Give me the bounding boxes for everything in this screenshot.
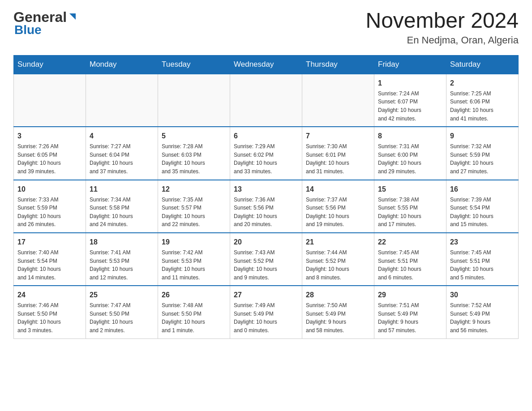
day-number: 16 [450,184,515,195]
day-info: Sunrise: 7:43 AM Sunset: 5:52 PM Dayligh… [234,248,298,282]
calendar-cell: 25Sunrise: 7:47 AM Sunset: 5:50 PM Dayli… [86,286,158,338]
day-info: Sunrise: 7:31 AM Sunset: 6:00 PM Dayligh… [378,142,442,176]
page-header: General Blue November 2024 En Nedjma, Or… [13,9,519,46]
day-number: 8 [378,131,442,141]
calendar-table: SundayMondayTuesdayWednesdayThursdayFrid… [13,55,519,339]
svg-marker-0 [69,13,76,20]
calendar-cell [158,74,230,127]
day-number: 24 [17,290,82,300]
day-number: 7 [306,131,370,141]
calendar-cell [302,74,374,127]
day-info: Sunrise: 7:32 AM Sunset: 5:59 PM Dayligh… [450,142,515,176]
day-info: Sunrise: 7:45 AM Sunset: 5:51 PM Dayligh… [450,248,515,282]
day-info: Sunrise: 7:38 AM Sunset: 5:55 PM Dayligh… [378,196,442,229]
week-row-2: 3Sunrise: 7:26 AM Sunset: 6:05 PM Daylig… [14,127,519,180]
day-number: 14 [306,184,370,195]
weekday-header-thursday: Thursday [302,55,374,74]
day-number: 2 [450,78,515,89]
day-number: 22 [378,237,442,248]
logo-blue: Blue [14,23,42,37]
day-info: Sunrise: 7:45 AM Sunset: 5:51 PM Dayligh… [378,248,442,282]
calendar-cell: 26Sunrise: 7:48 AM Sunset: 5:50 PM Dayli… [158,286,230,338]
calendar-cell: 20Sunrise: 7:43 AM Sunset: 5:52 PM Dayli… [230,233,302,286]
calendar-cell: 12Sunrise: 7:35 AM Sunset: 5:57 PM Dayli… [158,180,230,233]
calendar-cell: 14Sunrise: 7:37 AM Sunset: 5:56 PM Dayli… [302,180,374,233]
day-info: Sunrise: 7:25 AM Sunset: 6:06 PM Dayligh… [450,90,515,123]
day-number: 30 [450,290,515,300]
calendar-cell: 6Sunrise: 7:29 AM Sunset: 6:02 PM Daylig… [230,127,302,180]
calendar-cell: 18Sunrise: 7:41 AM Sunset: 5:53 PM Dayli… [86,233,158,286]
day-info: Sunrise: 7:47 AM Sunset: 5:50 PM Dayligh… [90,301,154,334]
day-number: 23 [450,237,515,248]
day-number: 12 [162,184,226,195]
day-info: Sunrise: 7:49 AM Sunset: 5:49 PM Dayligh… [234,301,298,334]
calendar-cell: 17Sunrise: 7:40 AM Sunset: 5:54 PM Dayli… [14,233,86,286]
day-number: 17 [17,237,82,248]
month-year-title: November 2024 [365,9,519,33]
calendar-cell [230,74,302,127]
location-subtitle: En Nedjma, Oran, Algeria [365,34,519,46]
day-number: 6 [234,131,298,141]
day-number: 1 [378,78,442,89]
calendar-cell: 22Sunrise: 7:45 AM Sunset: 5:51 PM Dayli… [374,233,446,286]
day-number: 5 [162,131,226,141]
day-info: Sunrise: 7:46 AM Sunset: 5:50 PM Dayligh… [17,301,82,334]
day-info: Sunrise: 7:35 AM Sunset: 5:57 PM Dayligh… [162,196,226,229]
day-info: Sunrise: 7:42 AM Sunset: 5:53 PM Dayligh… [162,248,226,282]
day-info: Sunrise: 7:44 AM Sunset: 5:52 PM Dayligh… [306,248,370,282]
day-number: 11 [90,184,154,195]
day-number: 21 [306,237,370,248]
day-info: Sunrise: 7:51 AM Sunset: 5:49 PM Dayligh… [378,301,442,334]
weekday-header-monday: Monday [86,55,158,74]
weekday-header-tuesday: Tuesday [158,55,230,74]
calendar-cell: 3Sunrise: 7:26 AM Sunset: 6:05 PM Daylig… [14,127,86,180]
calendar-cell: 8Sunrise: 7:31 AM Sunset: 6:00 PM Daylig… [374,127,446,180]
calendar-cell: 15Sunrise: 7:38 AM Sunset: 5:55 PM Dayli… [374,180,446,233]
calendar-cell: 24Sunrise: 7:46 AM Sunset: 5:50 PM Dayli… [14,286,86,338]
day-number: 10 [17,184,82,195]
day-info: Sunrise: 7:39 AM Sunset: 5:54 PM Dayligh… [450,196,515,229]
day-info: Sunrise: 7:28 AM Sunset: 6:03 PM Dayligh… [162,142,226,176]
calendar-cell: 2Sunrise: 7:25 AM Sunset: 6:06 PM Daylig… [446,74,519,127]
calendar-cell: 5Sunrise: 7:28 AM Sunset: 6:03 PM Daylig… [158,127,230,180]
day-info: Sunrise: 7:52 AM Sunset: 5:49 PM Dayligh… [450,301,515,334]
day-info: Sunrise: 7:50 AM Sunset: 5:49 PM Dayligh… [306,301,370,334]
calendar-cell: 9Sunrise: 7:32 AM Sunset: 5:59 PM Daylig… [446,127,519,180]
calendar-cell: 11Sunrise: 7:34 AM Sunset: 5:58 PM Dayli… [86,180,158,233]
calendar-cell: 29Sunrise: 7:51 AM Sunset: 5:49 PM Dayli… [374,286,446,338]
day-number: 20 [234,237,298,248]
weekday-header-sunday: Sunday [14,55,86,74]
day-number: 25 [90,290,154,300]
day-number: 18 [90,237,154,248]
calendar-cell: 27Sunrise: 7:49 AM Sunset: 5:49 PM Dayli… [230,286,302,338]
weekday-header-friday: Friday [374,55,446,74]
weekday-header-wednesday: Wednesday [230,55,302,74]
calendar-cell: 4Sunrise: 7:27 AM Sunset: 6:04 PM Daylig… [86,127,158,180]
title-block: November 2024 En Nedjma, Oran, Algeria [365,9,519,46]
day-info: Sunrise: 7:30 AM Sunset: 6:01 PM Dayligh… [306,142,370,176]
day-number: 19 [162,237,226,248]
day-info: Sunrise: 7:27 AM Sunset: 6:04 PM Dayligh… [90,142,154,176]
day-info: Sunrise: 7:40 AM Sunset: 5:54 PM Dayligh… [17,248,82,282]
week-row-1: 1Sunrise: 7:24 AM Sunset: 6:07 PM Daylig… [14,74,519,127]
day-number: 13 [234,184,298,195]
day-info: Sunrise: 7:41 AM Sunset: 5:53 PM Dayligh… [90,248,154,282]
calendar-cell: 21Sunrise: 7:44 AM Sunset: 5:52 PM Dayli… [302,233,374,286]
logo: General Blue [13,9,77,37]
day-info: Sunrise: 7:29 AM Sunset: 6:02 PM Dayligh… [234,142,298,176]
calendar-cell [86,74,158,127]
day-number: 28 [306,290,370,300]
logo-triangle-icon [68,12,77,21]
day-info: Sunrise: 7:34 AM Sunset: 5:58 PM Dayligh… [90,196,154,229]
week-row-5: 24Sunrise: 7:46 AM Sunset: 5:50 PM Dayli… [14,286,519,338]
day-number: 4 [90,131,154,141]
day-info: Sunrise: 7:24 AM Sunset: 6:07 PM Dayligh… [378,90,442,123]
calendar-cell: 13Sunrise: 7:36 AM Sunset: 5:56 PM Dayli… [230,180,302,233]
week-row-4: 17Sunrise: 7:40 AM Sunset: 5:54 PM Dayli… [14,233,519,286]
calendar-cell: 30Sunrise: 7:52 AM Sunset: 5:49 PM Dayli… [446,286,519,338]
day-number: 15 [378,184,442,195]
day-number: 26 [162,290,226,300]
week-row-3: 10Sunrise: 7:33 AM Sunset: 5:59 PM Dayli… [14,180,519,233]
weekday-header-row: SundayMondayTuesdayWednesdayThursdayFrid… [14,55,519,74]
day-number: 3 [17,131,82,141]
